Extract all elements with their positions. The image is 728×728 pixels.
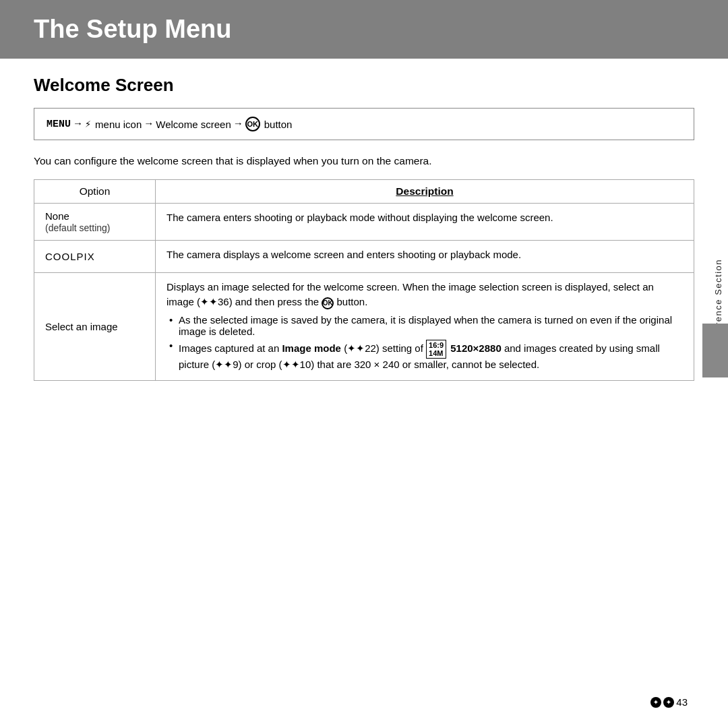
ok-button-icon: OK — [245, 117, 260, 131]
table-row: COOLPIX The camera displays a welcome sc… — [34, 241, 694, 273]
option-name-select-image: Select an image — [45, 321, 118, 332]
option-cell-coolpix: COOLPIX — [34, 241, 156, 273]
ok-icon-inline: OK — [322, 297, 334, 309]
list-item: Images captured at an Image mode (✦✦22) … — [166, 340, 683, 371]
col-header-description: Description — [156, 180, 694, 204]
options-table: Option Description None (default setting… — [34, 179, 694, 381]
description-cell-select-image: Displays an image selected for the welco… — [156, 272, 694, 380]
page-title: The Setup Menu — [34, 15, 694, 44]
intro-description: You can configure the welcome screen tha… — [34, 155, 694, 167]
col-header-option: Option — [34, 180, 156, 204]
content-area: Welcome Screen MENU → ⚡ menu icon → Welc… — [0, 75, 728, 381]
list-item: As the selected image is saved by the ca… — [166, 314, 683, 337]
desc-none: The camera enters shooting or playback m… — [166, 210, 683, 226]
arrow-icon-2: → — [146, 119, 152, 130]
menu-icon-label: menu icon — [95, 119, 142, 130]
arrow-icon-1: → — [75, 119, 81, 130]
option-sub-none: (default setting) — [45, 222, 111, 233]
desc-coolpix: The camera displays a welcome screen and… — [166, 247, 683, 263]
option-cell-none: None (default setting) — [34, 204, 156, 241]
image-mode-bold: Image mode — [282, 342, 341, 353]
option-cell-select-image: Select an image — [34, 272, 156, 380]
button-label: button — [264, 119, 293, 130]
wrench-icon: ⚡ — [85, 118, 91, 131]
menu-label: MENU — [47, 119, 71, 130]
description-cell-none: The camera enters shooting or playback m… — [156, 204, 694, 241]
page-bullet-right: ✦ — [663, 697, 674, 708]
resolution-text: 5120×2880 — [450, 342, 502, 353]
arrow-icon-3: → — [235, 119, 241, 130]
table-row: Select an image Displays an image select… — [34, 272, 694, 380]
side-tab — [702, 324, 728, 377]
page-bullet-left: ✦ — [650, 697, 661, 708]
option-name-coolpix: COOLPIX — [45, 251, 95, 262]
table-row: None (default setting) The camera enters… — [34, 204, 694, 241]
welcome-screen-label: Welcome screen — [156, 119, 231, 130]
page-number-text: 43 — [676, 696, 688, 708]
bullet-list: As the selected image is saved by the ca… — [166, 314, 683, 371]
page-number: ✦ ✦ 43 — [650, 696, 688, 708]
description-cell-coolpix: The camera displays a welcome screen and… — [156, 241, 694, 273]
breadcrumb: MENU → ⚡ menu icon → Welcome screen → OK… — [34, 108, 694, 140]
page-header: The Setup Menu — [0, 0, 728, 59]
image-mode-icon: 16:914M — [426, 340, 446, 359]
desc-select-image-main: Displays an image selected for the welco… — [166, 280, 683, 310]
option-name-none: None — [45, 210, 69, 222]
section-title: Welcome Screen — [34, 75, 694, 96]
